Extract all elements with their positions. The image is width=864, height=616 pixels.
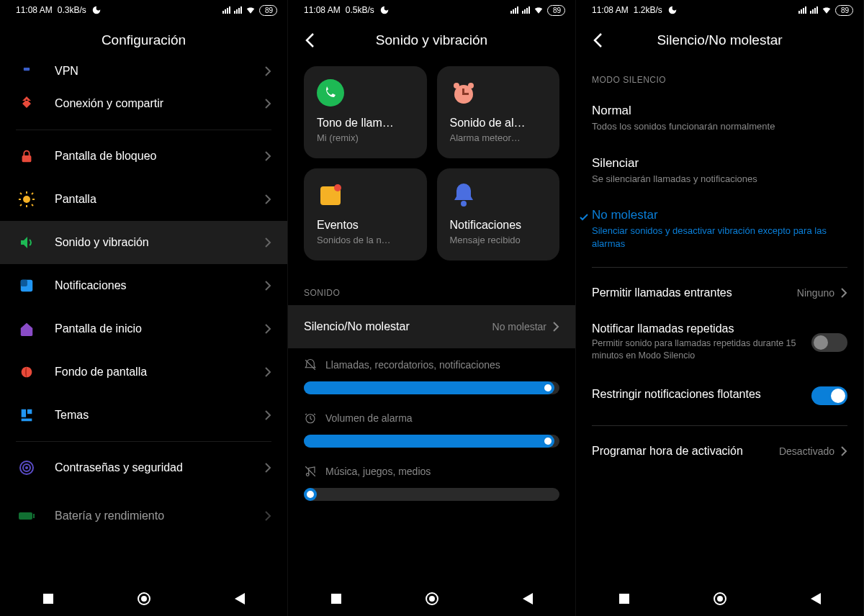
- item-battery[interactable]: Batería y rendimiento: [0, 489, 287, 533]
- svg-rect-37: [331, 594, 341, 604]
- settings-list: VPN Conexión y compartir Pantalla de blo…: [0, 60, 287, 581]
- section-label: MODO SILENCIO: [576, 60, 863, 92]
- svg-rect-27: [464, 93, 469, 95]
- signal-icon: [810, 6, 818, 14]
- divider: [16, 441, 271, 442]
- bell-off-icon: [304, 358, 317, 371]
- slider-ring: Llamadas, recordatorios, notificaciones: [288, 348, 575, 402]
- chevron-right-icon: [264, 194, 271, 205]
- home-icon: [16, 318, 37, 340]
- option-dnd[interactable]: No molestar Silenciar sonidos y desactiv…: [576, 196, 863, 261]
- chevron-right-icon: [264, 237, 271, 248]
- nav-bar: [576, 581, 863, 616]
- status-speed: 0.5kB/s: [346, 5, 374, 15]
- item-sound[interactable]: Sonido y vibración: [0, 221, 287, 264]
- chevron-right-icon: [552, 321, 559, 332]
- row-silence-dnd[interactable]: Silencio/No molestar No molestar: [288, 305, 575, 348]
- recents-button[interactable]: [613, 587, 636, 610]
- check-icon: [579, 212, 589, 222]
- section-label: SONIDO: [288, 273, 575, 305]
- svg-point-2: [23, 196, 30, 203]
- item-notifications[interactable]: Notificaciones: [0, 264, 287, 307]
- svg-line-9: [20, 204, 22, 206]
- item-share[interactable]: Conexión y compartir: [0, 82, 287, 125]
- back-button[interactable]: [301, 32, 318, 49]
- status-speed: 0.3kB/s: [58, 5, 86, 15]
- home-button[interactable]: [708, 587, 732, 610]
- slider-alarm: Volumen de alarma: [288, 402, 575, 455]
- status-bar: 11:08 AM 1.2kB/s 89: [576, 0, 863, 20]
- item-lockscreen[interactable]: Pantalla de bloqueo: [0, 135, 287, 178]
- svg-point-42: [717, 596, 723, 602]
- item-vpn[interactable]: VPN: [0, 60, 287, 82]
- chevron-right-icon: [264, 65, 271, 77]
- back-button[interactable]: [589, 32, 606, 49]
- svg-point-29: [468, 83, 474, 89]
- card-alarm[interactable]: Sonido de al… Alarma meteor…: [437, 66, 560, 158]
- row-repeat-calls: Notificar llamadas repetidas Permitir so…: [576, 312, 863, 372]
- header: Sonido y vibración: [288, 20, 575, 60]
- svg-rect-13: [22, 409, 26, 417]
- row-allow-incoming[interactable]: Permitir llamadas entrantes Ninguno: [576, 273, 863, 312]
- svg-rect-0: [24, 68, 30, 71]
- back-button[interactable]: [228, 587, 251, 610]
- nav-bar: [0, 581, 287, 616]
- recents-button[interactable]: [37, 587, 60, 610]
- divider: [592, 267, 847, 268]
- option-silence[interactable]: Silenciar Se silenciarán llamadas y noti…: [576, 145, 863, 197]
- svg-point-18: [25, 466, 28, 469]
- alarm-small-icon: [304, 412, 317, 425]
- wifi-icon: [822, 5, 832, 15]
- card-notifications[interactable]: Notificaciones Mensaje recibido: [437, 168, 560, 261]
- signal-icon: [222, 6, 230, 14]
- item-security[interactable]: Contraseñas y seguridad: [0, 446, 287, 489]
- item-wallpaper[interactable]: Fondo de pantalla: [0, 350, 287, 394]
- home-button[interactable]: [132, 587, 156, 610]
- battery-indicator: 89: [835, 5, 853, 16]
- status-time: 11:08 AM: [304, 5, 341, 15]
- alarm-icon: [450, 79, 477, 107]
- svg-point-23: [141, 596, 147, 602]
- item-display[interactable]: Pantalla: [0, 178, 287, 221]
- signal-icon: [798, 6, 806, 14]
- option-normal[interactable]: Normal Todos los sonidos funcionarán nor…: [576, 92, 863, 145]
- status-bar: 11:08 AM 0.3kB/s 89: [0, 0, 287, 20]
- card-ringtone[interactable]: Tono de llam… Mi (remix): [304, 66, 427, 158]
- toggle-restrict-float[interactable]: [811, 386, 847, 405]
- svg-point-24: [317, 79, 344, 107]
- panel-configuration: 11:08 AM 0.3kB/s 89 Configuración VPN Co…: [0, 0, 288, 616]
- slider[interactable]: [304, 488, 559, 501]
- battery-icon: [16, 505, 37, 527]
- recents-button[interactable]: [325, 587, 348, 610]
- back-button[interactable]: [804, 587, 827, 610]
- divider: [16, 130, 271, 130]
- security-icon: [16, 457, 37, 479]
- svg-line-7: [20, 193, 22, 194]
- calendar-icon: [317, 181, 344, 209]
- item-themes[interactable]: Temas: [0, 394, 287, 437]
- dnd-icon: [667, 5, 678, 15]
- signal-icon: [234, 6, 242, 14]
- chevron-right-icon: [264, 366, 271, 378]
- slider[interactable]: [304, 435, 559, 448]
- chevron-right-icon: [264, 98, 271, 109]
- svg-point-39: [429, 596, 435, 602]
- lock-icon: [16, 145, 37, 167]
- battery-indicator: 89: [547, 5, 565, 16]
- toggle-repeat-calls[interactable]: [811, 333, 847, 352]
- row-restrict-float: Restringir notificaciones flotantes: [576, 372, 863, 420]
- share-icon: [16, 93, 37, 114]
- back-button[interactable]: [516, 587, 539, 610]
- home-button[interactable]: [420, 587, 444, 610]
- svg-rect-1: [22, 155, 32, 162]
- row-schedule[interactable]: Programar hora de activación Desactivado: [576, 432, 863, 471]
- dnd-content: MODO SILENCIO Normal Todos los sonidos f…: [576, 60, 863, 581]
- card-events[interactable]: Eventos Sonidos de la n…: [304, 168, 427, 261]
- item-homescreen[interactable]: Pantalla de inicio: [0, 307, 287, 350]
- page-title: Configuración: [102, 32, 186, 48]
- panel-dnd: 11:08 AM 1.2kB/s 89 Silencio/No molestar…: [576, 0, 864, 616]
- slider[interactable]: [304, 381, 559, 394]
- divider: [592, 425, 847, 426]
- vpn-icon: [16, 60, 37, 82]
- music-off-icon: [304, 465, 317, 478]
